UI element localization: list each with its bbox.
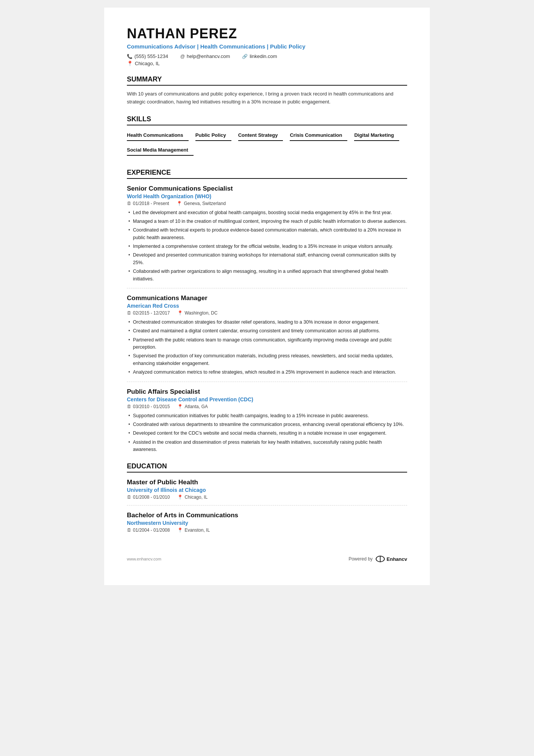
company-name: Centers for Disease Control and Preventi…	[127, 396, 407, 402]
linkedin-item: 🔗 linkedin.com	[242, 53, 277, 59]
edu-container: Master of Public HealthUniversity of Ill…	[127, 479, 407, 533]
degree-title: Bachelor of Arts in Communications	[127, 512, 407, 519]
email-icon: @	[180, 54, 185, 59]
jobs-container: Senior Communications SpecialistWorld He…	[127, 185, 407, 454]
calendar-icon: 🗓	[127, 201, 131, 206]
header: NATHAN PEREZ Communications Advisor | He…	[127, 26, 407, 66]
job-meta: 🗓 02/2015 - 12/2017📍 Washington, DC	[127, 310, 407, 316]
bullet-item: Collaborated with partner organizations …	[127, 268, 407, 283]
education-section: EDUCATION Master of Public HealthUnivers…	[127, 462, 407, 533]
bullet-item: Coordinated with various departments to …	[127, 421, 407, 428]
linkedin-url: linkedin.com	[250, 53, 277, 59]
calendar-icon: 🗓	[127, 495, 131, 500]
skill-item: Social Media Management	[127, 145, 194, 156]
phone-number: (555) 555-1234	[134, 53, 168, 59]
bullet-item: Supported communication initiatives for …	[127, 412, 407, 419]
page-footer: www.enhancv.com Powered by Enhancv	[127, 551, 407, 562]
link-icon: 🔗	[242, 54, 248, 59]
bullet-item: Analyzed communication metrics to refine…	[127, 369, 407, 376]
job-entry: Public Affairs SpecialistCenters for Dis…	[127, 382, 407, 454]
job-meta: 🗓 03/2010 - 01/2015📍 Atlanta, GA	[127, 404, 407, 409]
edu-date: 🗓 01/2004 - 01/2008	[127, 527, 170, 533]
edu-divider	[127, 505, 407, 506]
edu-entry: Bachelor of Arts in CommunicationsNorthw…	[127, 505, 407, 533]
education-heading: EDUCATION	[127, 462, 407, 473]
skill-item: Content Strategy	[238, 130, 283, 141]
bullet-item: Coordinated with technical experts to pr…	[127, 227, 407, 241]
skill-item: Crisis Communication	[290, 130, 347, 141]
company-name: American Red Cross	[127, 303, 407, 309]
location-icon: 📍	[176, 201, 182, 206]
bullet-item: Partnered with the public relations team…	[127, 337, 407, 351]
job-title: Senior Communications Specialist	[127, 185, 407, 193]
phone-item: 📞 (555) 555-1234	[127, 53, 168, 59]
job-title: Public Affairs Specialist	[127, 388, 407, 396]
summary-text: With 10 years of communications and publ…	[127, 90, 407, 106]
job-location: 📍 Washington, DC	[177, 310, 217, 316]
phone-icon: 📞	[127, 54, 133, 59]
footer-website: www.enhancv.com	[127, 557, 161, 561]
skill-item: Public Policy	[195, 130, 231, 141]
calendar-icon: 🗓	[127, 404, 131, 409]
candidate-title: Communications Advisor | Health Communic…	[127, 43, 407, 50]
bullet-item: Developed content for the CDC's website …	[127, 430, 407, 437]
job-title: Communications Manager	[127, 294, 407, 302]
location-text: Chicago, IL	[135, 61, 160, 66]
school-name: University of Illinois at Chicago	[127, 487, 407, 493]
location-icon: 📍	[177, 404, 183, 409]
bullet-item: Managed a team of 10 in the creation of …	[127, 218, 407, 225]
resume-page: NATHAN PEREZ Communications Advisor | He…	[104, 8, 430, 585]
powered-by-label: Powered by	[348, 556, 372, 562]
skill-item: Health Communications	[127, 130, 189, 141]
skills-row: Health CommunicationsPublic PolicyConten…	[127, 130, 407, 160]
job-entry: Senior Communications SpecialistWorld He…	[127, 185, 407, 283]
edu-date: 🗓 01/2008 - 01/2010	[127, 495, 170, 500]
calendar-icon: 🗓	[127, 310, 131, 316]
experience-section: EXPERIENCE Senior Communications Special…	[127, 169, 407, 454]
email-address: help@enhancv.com	[187, 53, 230, 59]
bullet-item: Assisted in the creation and disseminati…	[127, 439, 407, 454]
degree-title: Master of Public Health	[127, 479, 407, 486]
company-name: World Health Organization (WHO)	[127, 193, 407, 199]
candidate-name: NATHAN PEREZ	[127, 26, 407, 42]
location-icon: 📍	[127, 61, 133, 66]
edu-location: 📍 Evanston, IL	[177, 527, 210, 533]
bullet-list: Led the development and execution of glo…	[127, 209, 407, 283]
skills-section: SKILLS Health CommunicationsPublic Polic…	[127, 115, 407, 160]
calendar-icon: 🗓	[127, 527, 131, 533]
job-location: 📍 Geneva, Switzerland	[176, 201, 226, 206]
summary-section: SUMMARY With 10 years of communications …	[127, 75, 407, 106]
bullet-item: Supervised the production of key communi…	[127, 352, 407, 367]
location-icon: 📍	[177, 495, 183, 500]
edu-meta: 🗓 01/2004 - 01/2008 📍 Evanston, IL	[127, 527, 407, 533]
bullet-item: Implemented a comprehensive content stra…	[127, 243, 407, 250]
skills-heading: SKILLS	[127, 115, 407, 125]
logo-svg	[375, 556, 386, 562]
edu-meta: 🗓 01/2008 - 01/2010 📍 Chicago, IL	[127, 495, 407, 500]
brand-name: Enhancv	[387, 556, 407, 562]
footer-brand: Powered by Enhancv	[348, 556, 407, 562]
email-item: @ help@enhancv.com	[180, 53, 230, 59]
job-divider	[127, 382, 407, 382]
bullet-item: Orchestrated communication strategies fo…	[127, 319, 407, 326]
location-icon: 📍	[177, 527, 183, 533]
job-divider	[127, 288, 407, 288]
summary-heading: SUMMARY	[127, 75, 407, 86]
school-name: Northwestern University	[127, 520, 407, 526]
job-date: 🗓 02/2015 - 12/2017	[127, 310, 170, 316]
skill-item: Digital Marketing	[354, 130, 399, 141]
bullet-item: Created and maintained a digital content…	[127, 327, 407, 335]
contact-row: 📞 (555) 555-1234 @ help@enhancv.com 🔗 li…	[127, 53, 407, 59]
experience-heading: EXPERIENCE	[127, 169, 407, 179]
job-date: 🗓 01/2018 - Present	[127, 201, 169, 206]
bullet-item: Developed and presented communication tr…	[127, 252, 407, 266]
enhancv-logo: Enhancv	[375, 556, 407, 562]
job-date: 🗓 03/2010 - 01/2015	[127, 404, 170, 409]
bullet-list: Supported communication initiatives for …	[127, 412, 407, 454]
location-row: 📍 Chicago, IL	[127, 61, 407, 66]
edu-location: 📍 Chicago, IL	[177, 495, 208, 500]
bullet-item: Led the development and execution of glo…	[127, 209, 407, 216]
job-location: 📍 Atlanta, GA	[177, 404, 208, 409]
job-meta: 🗓 01/2018 - Present📍 Geneva, Switzerland	[127, 201, 407, 206]
bullet-list: Orchestrated communication strategies fo…	[127, 319, 407, 376]
